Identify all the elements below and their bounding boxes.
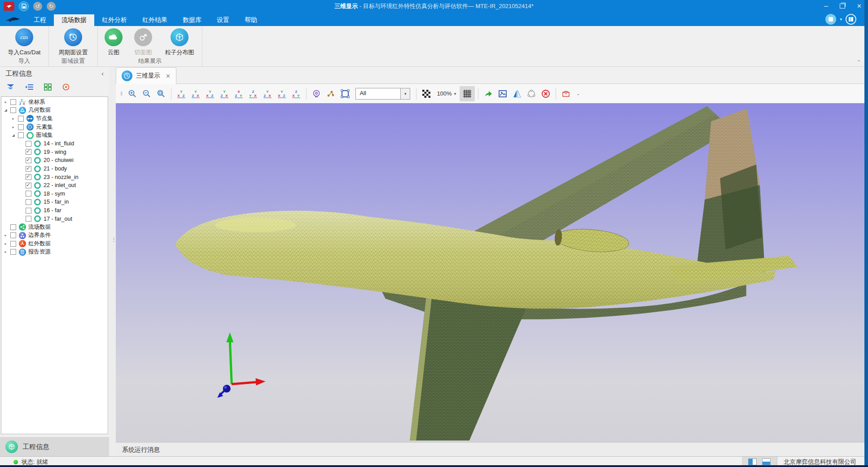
project-info-footer-button[interactable]: 工程信息 (0, 437, 109, 457)
expander-icon[interactable]: ◢ (3, 108, 8, 112)
menu-item-ir-analysis[interactable]: 红外分析 (94, 14, 135, 26)
expander-icon[interactable]: ▸ (3, 250, 8, 254)
tree-item[interactable]: 16 - far (1, 206, 108, 215)
visibility-checkbox[interactable] (10, 107, 16, 113)
view-orientation-button-1[interactable]: YXZ (175, 87, 188, 100)
visibility-checkbox[interactable] (18, 116, 24, 122)
chevron-down-icon[interactable]: ⌄ (576, 91, 580, 96)
expander-icon[interactable]: ▸ (3, 100, 8, 104)
chevron-down-icon[interactable]: ▾ (840, 17, 842, 22)
menu-item-settings[interactable]: 设置 (209, 14, 237, 26)
zoom-fit-button[interactable] (154, 87, 168, 100)
visibility-checkbox[interactable] (26, 183, 31, 188)
slice-plane-button[interactable]: 切面图 (127, 28, 159, 57)
expander-icon[interactable]: ▸ (3, 233, 8, 237)
tree-item[interactable]: ▸边界条件 (1, 231, 108, 240)
visibility-checkbox[interactable] (10, 99, 16, 105)
viewport-3d[interactable] (116, 103, 868, 442)
tree-item[interactable]: ◢面域集 (1, 131, 108, 140)
tree-item[interactable]: 21 - body (1, 165, 108, 173)
view-orientation-button-8[interactable]: YXZ (275, 87, 289, 100)
app-button[interactable] (4, 2, 14, 11)
display-filter-combobox[interactable]: All ▾ (355, 88, 410, 100)
list-view-icon[interactable] (25, 83, 34, 92)
view-orientation-button-4[interactable]: YZX (218, 87, 231, 100)
clear-scene-button[interactable] (539, 87, 552, 100)
transparency-button[interactable] (420, 87, 433, 100)
view-orientation-button-6[interactable]: ZYX (246, 87, 260, 100)
tab-close-icon[interactable]: ✕ (166, 73, 171, 79)
tree-item[interactable]: ▸元素集 (1, 123, 108, 131)
menu-item-project[interactable]: 工程 (26, 14, 54, 26)
layout-button[interactable] (846, 14, 856, 25)
tree-item[interactable]: 14 - int_fluid (1, 140, 108, 148)
menu-item-flowfield[interactable]: 流场数据 (54, 14, 94, 26)
expander-icon[interactable]: ▸ (11, 117, 16, 121)
expander-icon[interactable]: ▸ (3, 242, 8, 246)
expander-icon[interactable]: ▸ (11, 125, 16, 129)
tree-item[interactable]: ▸报告资源 (1, 248, 108, 257)
tree-item[interactable]: 20 - chuiwei (1, 156, 108, 165)
view-orientation-button-7[interactable]: YZX (261, 87, 274, 100)
menu-item-database[interactable]: 数据库 (175, 14, 209, 26)
grid-view-icon[interactable] (44, 83, 52, 92)
save-button[interactable] (19, 1, 29, 11)
visibility-checkbox[interactable] (26, 174, 31, 180)
mirror-button[interactable] (510, 87, 524, 100)
tree-item[interactable]: ▸节点集 (1, 114, 108, 123)
visibility-checkbox[interactable] (18, 132, 24, 138)
locate-target-icon[interactable] (62, 83, 70, 93)
tab-3d-display[interactable]: 三维显示 ✕ (116, 67, 176, 84)
expander-icon[interactable]: ◢ (11, 133, 16, 137)
snapshot-button[interactable] (496, 87, 509, 100)
probe-button[interactable] (310, 87, 323, 100)
tree-item[interactable]: 流场数据 (1, 223, 108, 231)
visibility-checkbox[interactable] (26, 199, 31, 205)
visibility-checkbox[interactable] (26, 149, 31, 155)
view-orientation-button-3[interactable]: YXZ (203, 87, 217, 100)
contour-cloud-button[interactable]: 云图 (100, 28, 127, 57)
tree-item[interactable]: ▸YZX坐标系 (1, 98, 108, 106)
visibility-checkbox[interactable] (26, 191, 31, 196)
undo-button[interactable]: ↺ (33, 2, 42, 11)
tree-item[interactable]: 22 - inlet_out (1, 181, 108, 190)
view-orientation-button-2[interactable]: YZX (189, 87, 202, 100)
tree-item[interactable]: 18 - sym (1, 190, 108, 198)
menu-item-help[interactable]: 帮助 (237, 14, 265, 26)
minimize-button[interactable]: ─ (824, 3, 828, 9)
import-cas-dat-button[interactable]: cas 导入Cas/Dat (2, 28, 47, 57)
grid-toggle-button[interactable] (460, 86, 475, 101)
redo-button[interactable]: ↻ (47, 2, 56, 11)
panel-collapse-button[interactable]: ‹ (101, 67, 104, 80)
tree-item[interactable]: ◢几何数据 (1, 106, 108, 115)
visibility-checkbox[interactable] (26, 216, 31, 222)
visibility-checkbox[interactable] (10, 241, 16, 247)
close-button[interactable]: ✕ (857, 3, 862, 9)
tree-item[interactable]: 15 - far_in (1, 198, 108, 206)
particle-distribution-button[interactable]: 粒子分布图 (159, 28, 200, 57)
filter-icon[interactable] (6, 83, 15, 92)
export-button[interactable] (482, 87, 495, 100)
tree-item[interactable]: 19 - wing (1, 148, 108, 157)
zoom-in-button[interactable] (126, 87, 139, 100)
tree-item[interactable]: 17 - far_out (1, 214, 108, 223)
visibility-checkbox[interactable] (26, 157, 31, 163)
smooth-shading-button[interactable] (525, 87, 538, 100)
visibility-checkbox[interactable] (10, 224, 16, 230)
visibility-checkbox[interactable] (10, 249, 16, 255)
particle-trace-button[interactable] (324, 87, 338, 100)
tree-item[interactable]: 23 - nozzle_in (1, 173, 108, 181)
zoom-out-button[interactable] (140, 87, 153, 100)
visibility-checkbox[interactable] (26, 166, 31, 172)
toolbar-grip[interactable]: ‖ (120, 90, 123, 97)
tree-item[interactable]: ▸红外数据 (1, 240, 108, 248)
view-orientation-button-5[interactable]: XZY (232, 87, 245, 100)
combobox-dropdown-button[interactable]: ▾ (400, 88, 410, 99)
ribbon-collapse-chevron[interactable]: ⌃ (857, 59, 861, 65)
view-orientation-button-9[interactable]: ZXY (289, 87, 303, 100)
zoom-level-dropdown[interactable]: 100% ▾ (437, 90, 456, 97)
menu-item-ir-results[interactable]: 红外结果 (135, 14, 175, 26)
style-button[interactable] (825, 14, 836, 25)
visibility-checkbox[interactable] (18, 124, 24, 130)
visibility-checkbox[interactable] (26, 208, 31, 214)
